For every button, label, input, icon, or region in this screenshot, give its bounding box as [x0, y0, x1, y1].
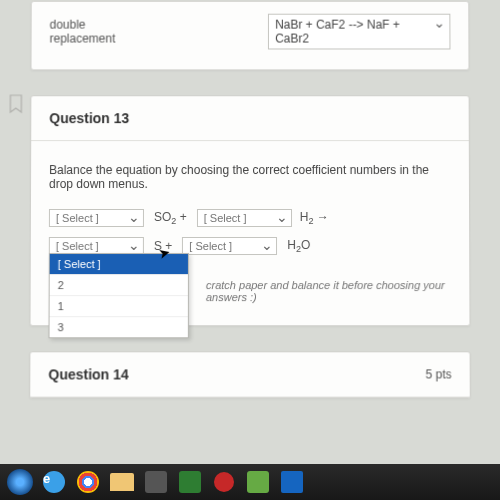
question-13-header: Question 13: [31, 96, 469, 141]
app-icon-blue[interactable]: [278, 468, 306, 496]
folder-icon[interactable]: [108, 468, 136, 496]
coef-select-1[interactable]: [ Select ]: [49, 209, 144, 227]
question-13-hint: cratch paper and balance it before choos…: [206, 279, 469, 303]
dropdown-option-3[interactable]: 3: [50, 317, 188, 337]
windows-taskbar[interactable]: e: [0, 464, 500, 500]
bookmark-flag-icon[interactable]: [8, 94, 24, 114]
app-icon-green[interactable]: [176, 468, 204, 496]
question-14-header: Question 14 5 pts: [30, 352, 470, 397]
coef-select-4[interactable]: [ Select ]: [182, 237, 277, 255]
app-icon-2[interactable]: [244, 468, 272, 496]
answer-type-label: double replacement: [50, 18, 149, 46]
question-14-title: Question 14: [48, 366, 128, 382]
chem-h2o: H2O: [287, 238, 310, 254]
q12-equation-select[interactable]: NaBr + CaF2 --> NaF + CaBr2: [268, 14, 450, 50]
app-icon-red[interactable]: [210, 468, 238, 496]
coef-dropdown-open[interactable]: [ Select ] 2 1 3: [49, 253, 189, 338]
ie-icon[interactable]: e: [40, 468, 68, 496]
chem-h2: H2 →: [300, 210, 329, 226]
app-icon-1[interactable]: [142, 468, 170, 496]
dropdown-option-1[interactable]: 1: [50, 296, 188, 317]
chem-so2: SO2 +: [154, 210, 187, 226]
question-13-title: Question 13: [49, 110, 129, 126]
question-14-block: Question 14 5 pts: [29, 351, 471, 398]
coef-select-2[interactable]: [ Select ]: [197, 209, 292, 227]
dropdown-option-2[interactable]: 2: [50, 275, 188, 296]
start-button[interactable]: [6, 468, 34, 496]
question-13-block: Question 13 Balance the equation by choo…: [30, 95, 471, 326]
chrome-icon[interactable]: [74, 468, 102, 496]
equation-row-1: [ Select ] SO2 + [ Select ] H2 →: [49, 209, 451, 227]
question-12-partial: double replacement NaBr + CaF2 --> NaF +…: [30, 1, 469, 71]
question-14-pts: 5 pts: [425, 367, 451, 381]
question-13-instruction: Balance the equation by choosing the cor…: [49, 163, 451, 191]
